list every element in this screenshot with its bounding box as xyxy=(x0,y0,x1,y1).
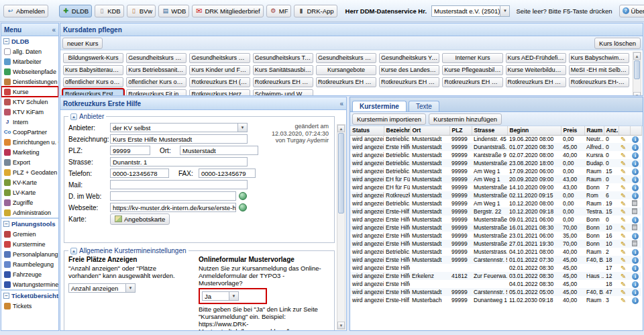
edit-icon[interactable]: ✎ xyxy=(621,248,626,256)
strasse-input[interactable]: Dunantstr. 1 xyxy=(110,157,248,166)
course-grid-scrollbar[interactable]: ▲ ▼ xyxy=(633,52,641,96)
course-button-kurs-babysitterausbild[interactable]: Kurs Babysitterausbild... xyxy=(63,65,123,75)
edit-icon[interactable]: ✎ xyxy=(621,208,626,216)
globe-icon[interactable] xyxy=(239,203,247,211)
new-course-button[interactable]: neuer Kurs xyxy=(62,38,103,49)
edit-icon[interactable]: ✎ xyxy=(621,232,626,240)
table-row[interactable]: wird angezeigtErste Hilfe...02.01.2022 0… xyxy=(350,264,641,272)
course-button-gesundheitskurs-wass[interactable]: Gesundheitskurs Wass... xyxy=(316,53,376,63)
course-button-gesundheitskurs-gedä[interactable]: Gesundheitskurs Gedä... xyxy=(126,53,186,63)
angebotskarte-button[interactable]: Angebotskarte xyxy=(110,213,170,225)
sidebar-item-kurstermine[interactable]: Kurstermine xyxy=(1,239,58,249)
delete-icon[interactable] xyxy=(632,240,637,246)
scroll-down-icon[interactable]: ▼ xyxy=(337,322,345,329)
topbar-button-abmelden[interactable]: ↩Abmelden xyxy=(3,5,48,17)
edit-icon[interactable]: ✎ xyxy=(621,176,626,183)
topbar-button-drk-mitgliederbrief[interactable]: ✉DRK Mitgliederbrief xyxy=(192,5,263,17)
delete-icon[interactable] xyxy=(632,208,637,214)
sidebar-item-plz-geodaten[interactable]: PLZ + Geodaten xyxy=(1,167,58,177)
course-button-kurse-pflegeausbildung[interactable]: Kurse Pflegeausbildung xyxy=(442,65,502,75)
info-icon[interactable]: i xyxy=(632,217,639,224)
edit-icon[interactable]: ✎ xyxy=(621,289,626,296)
sidebar-item-ktv-kifam[interactable]: KTV KiFam xyxy=(1,107,58,117)
edit-icon[interactable]: ✎ xyxy=(621,273,626,280)
sidebar-item-kv-karte[interactable]: KV-Karte xyxy=(1,177,58,187)
info-icon[interactable]: i xyxy=(632,273,639,280)
table-row[interactable]: wird angezeigtBetrieblic...Musterstadt99… xyxy=(350,167,641,175)
delete-icon[interactable] xyxy=(632,200,637,206)
table-row[interactable]: wird angezeigtErste Hilfe...Musterstadt9… xyxy=(350,216,641,224)
edit-icon[interactable]: ✎ xyxy=(621,281,626,288)
table-row[interactable]: wird angezeigtBetrieblic...Musterstadt99… xyxy=(350,135,641,143)
globe-icon[interactable] xyxy=(239,192,247,200)
sidebar-item-webseitenpfade[interactable]: Webseitenpfade xyxy=(1,66,58,77)
course-button-gesundheitskurs-tanzen[interactable]: Gesundheitskurs Tanzen xyxy=(253,53,313,63)
info-icon[interactable]: i xyxy=(632,193,639,199)
course-button-kurs-aed-frühdefibrill[interactable]: Kurs AED-Frühdefibrill... xyxy=(506,53,566,63)
edit-icon[interactable]: ✎ xyxy=(621,265,626,272)
sidebar-item-raumbelegung[interactable]: Raumbelegung xyxy=(1,259,58,269)
sidebar-item-marketing[interactable]: Marketing xyxy=(1,147,58,157)
edit-icon[interactable]: ✎ xyxy=(621,224,626,232)
scroll-down-icon[interactable]: ▼ xyxy=(633,92,641,96)
column-header-strasse[interactable]: Strasse xyxy=(472,126,507,135)
kurstermin-importieren-button[interactable]: Kurstermin importieren xyxy=(352,113,426,125)
column-header-ort[interactable]: Ort xyxy=(410,126,449,135)
edit-icon[interactable]: ✎ xyxy=(621,152,626,159)
table-row[interactable]: wird angezeigtEH für Fü...Musterstadt999… xyxy=(350,183,641,191)
dimweb-input[interactable] xyxy=(110,191,236,201)
tab-texte[interactable]: Texte xyxy=(409,101,439,111)
table-row[interactable]: wird angezeigtErste Hilfe...Musterstadt9… xyxy=(350,256,641,264)
scrollbar-thumb[interactable] xyxy=(338,133,344,213)
course-button-gesundheitskurs-yoga[interactable]: Gesundheitskurs Yoga xyxy=(379,53,439,63)
collapse-fieldset-icon[interactable]: ▴ xyxy=(70,113,77,120)
info-icon[interactable]: i xyxy=(632,160,639,167)
course-button-rotkreuzkurs-eh-fortb[interactable]: Rotkreuzkurs EH Fortb... xyxy=(379,77,439,87)
course-button-rotkreuzkurs-eh-bildu[interactable]: Rotkreuzkurs EH Bildu... xyxy=(316,77,376,87)
table-row[interactable]: wird angezeigtErste Hilfe...Musterstadt9… xyxy=(350,224,641,232)
sidebar-item-gremien[interactable]: Gremien xyxy=(1,229,58,239)
info-icon[interactable]: i xyxy=(632,185,639,191)
course-button-kurse-weiterbildung-b[interactable]: Kurse Weiterbildung, b... xyxy=(506,65,566,75)
course-button-kurse-des-landesverb[interactable]: Kurse des Landesverb... xyxy=(379,65,439,75)
table-row[interactable]: wird angezeigtErste Hilfe...04.01.2022 0… xyxy=(350,280,641,288)
sidebar-item-wartungstermine[interactable]: Wartungstermine xyxy=(1,279,58,289)
collapse-section-icon[interactable]: − xyxy=(3,38,9,44)
sidebar-item-ktv-schulen[interactable]: KTV Schulen xyxy=(1,97,58,107)
course-button-kurs-betriebssanitäter[interactable]: Kurs Betriebssanitäter xyxy=(126,65,186,75)
sidebar-item-zugriffe[interactable]: Zugriffe xyxy=(1,197,58,207)
info-icon[interactable]: i xyxy=(632,169,639,175)
table-row[interactable]: wird angezeigtErste-Hilf...Musterstadt99… xyxy=(350,207,641,216)
anzahl-anzeigen-select[interactable]: Anzahl anzeigen▼ xyxy=(68,283,136,293)
course-button-kurs-kinder-und-familie[interactable]: Kurs Kinder und Familie xyxy=(189,65,250,75)
sidebar-item-cooppartner[interactable]: CoCoopPartner xyxy=(1,127,58,137)
column-header-raum[interactable]: Raum xyxy=(584,126,604,135)
topbar-button-wdb[interactable]: ▤WDB xyxy=(158,5,189,17)
sidebar-item-mitarbeiter[interactable]: Mitarbeiter xyxy=(1,56,58,66)
about-dldb-button[interactable]: ? Über DLDB ▾ xyxy=(619,5,644,17)
edit-icon[interactable]: ✎ xyxy=(621,184,626,191)
table-row[interactable]: wird angezeigtEH für Fü...Musterstadt999… xyxy=(350,175,641,183)
detail-scrollbar[interactable]: ▲ ▼ xyxy=(337,124,345,330)
table-row[interactable]: wird angezeigtErste-Hilf...Musterbach999… xyxy=(350,296,641,304)
org-select[interactable]: Musterstadt e.V. (2501) ▼ xyxy=(431,5,510,17)
sidebar-item-dienstleistungen[interactable]: Dienstleistungen xyxy=(1,77,58,87)
edit-icon[interactable]: ✎ xyxy=(621,192,626,199)
course-button-kursangebote[interactable]: Kursangebote xyxy=(316,65,376,75)
course-button-schwimm-und-ww-k[interactable]: Schwimm- und WW-K... xyxy=(253,89,313,96)
collapse-section-icon[interactable]: − xyxy=(3,221,9,227)
course-button-rotkreuzkurs-eh-senio[interactable]: Rotkreuzkurs EH Senio... xyxy=(442,77,502,87)
column-header-plz[interactable]: PLZ xyxy=(449,126,472,135)
delete-course-button[interactable]: Kurs löschen xyxy=(594,38,641,49)
course-button-gesundheitskurs-gym[interactable]: Gesundheitskurs Gym... xyxy=(189,53,250,63)
column-header-anz[interactable]: Anz. xyxy=(604,126,619,135)
table-row[interactable]: wird angezeigtErste Hilfe...Musterstadt9… xyxy=(350,232,641,240)
chevron-down-icon[interactable]: ▼ xyxy=(500,6,509,16)
webseite-input[interactable]: https://kv-muster.drk-intern.de/kurse/er… xyxy=(110,203,236,212)
edit-icon[interactable]: ✎ xyxy=(621,144,626,151)
course-button-rotkreuzkurs-eh-ausbi[interactable]: Rotkreuzkurs EH-Ausbi... xyxy=(569,77,629,87)
topbar-button-kdb[interactable]: ▯KDB xyxy=(95,5,124,17)
column-header-status[interactable]: Status xyxy=(350,126,384,135)
table-row[interactable]: wird angezeigtErste Hilfe...Musterstadt9… xyxy=(350,240,641,248)
kurstermin-hinzufuegen-button[interactable]: Kurstermin hinzufügen xyxy=(429,113,502,125)
